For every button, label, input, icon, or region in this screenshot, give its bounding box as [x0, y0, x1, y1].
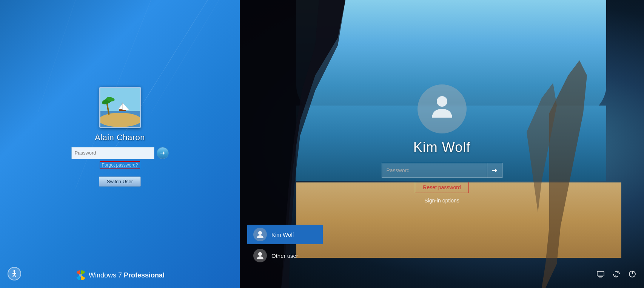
win10-user-name-1: Other user [271, 253, 298, 259]
win10-username: Kim Wolf [413, 139, 470, 155]
svg-point-22 [258, 231, 262, 235]
ease-of-access-button[interactable] [8, 267, 21, 280]
win7-forgot-password[interactable]: Forgot password? [100, 161, 140, 169]
svg-line-2 [38, 0, 75, 113]
win10-panel: Kim Wolf ➜ Reset password Sign-in option… [240, 0, 644, 288]
win7-username: Alain Charon [95, 133, 145, 142]
win10-signin-options[interactable]: Sign-in options [424, 198, 459, 204]
svg-point-20 [79, 274, 82, 277]
svg-line-18 [14, 275, 16, 277]
svg-point-14 [14, 270, 15, 272]
svg-point-21 [437, 96, 447, 107]
win7-login-button[interactable]: ➜ [157, 147, 169, 159]
win10-login-center: Kim Wolf ➜ Reset password Sign-in option… [382, 84, 502, 204]
network-icon[interactable] [596, 270, 605, 280]
win10-password-input[interactable] [382, 163, 487, 178]
win7-logo: Windows 7 Professional [75, 270, 165, 280]
svg-rect-24 [597, 271, 604, 276]
win10-user-item-other[interactable]: Other user [247, 246, 323, 265]
win7-accessibility[interactable] [8, 267, 21, 280]
svg-point-23 [258, 252, 262, 256]
win10-user-icon [429, 93, 455, 125]
win7-switch-user-button[interactable]: Switch User [99, 176, 141, 187]
win10-user-item-avatar-0 [253, 228, 267, 241]
win10-user-list: Kim Wolf Other user [247, 225, 323, 265]
win10-reset-password[interactable]: Reset password [415, 182, 468, 193]
power-icon[interactable] [628, 270, 636, 280]
win10-password-row: ➜ [382, 163, 502, 178]
win7-panel: Alain Charon ➜ Forgot password? Switch U… [0, 0, 240, 288]
win10-avatar [418, 84, 467, 133]
refresh-icon[interactable] [612, 270, 621, 280]
win10-login-button[interactable]: ➜ [487, 163, 502, 178]
win10-user-name-0: Kim Wolf [271, 231, 294, 238]
win7-password-input[interactable] [71, 147, 154, 159]
win7-password-row: ➜ [71, 147, 169, 159]
win10-user-item-kim-wolf[interactable]: Kim Wolf [247, 225, 323, 244]
win7-brand-text: Windows 7 Professional [89, 271, 165, 279]
win10-user-item-avatar-1 [253, 249, 267, 262]
svg-point-6 [100, 113, 140, 127]
win7-avatar [99, 87, 141, 128]
win10-system-icons [596, 270, 636, 280]
win7-logo-area: Windows 7 Professional [75, 270, 165, 280]
win7-login-box: Alain Charon ➜ Forgot password? Switch U… [71, 87, 169, 187]
